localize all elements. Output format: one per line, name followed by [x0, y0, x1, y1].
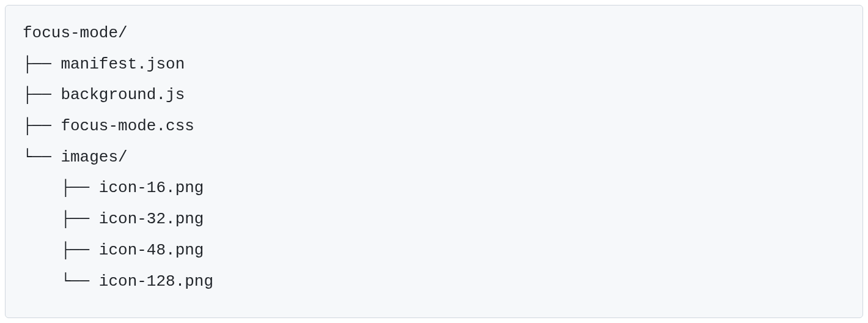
directory-tree: focus-mode/ ├── manifest.json ├── backgr… — [23, 18, 845, 297]
tree-line: ├── icon-16.png — [23, 179, 204, 197]
tree-line: ├── icon-32.png — [23, 210, 204, 228]
directory-tree-block: focus-mode/ ├── manifest.json ├── backgr… — [5, 5, 863, 318]
tree-line: ├── background.js — [23, 86, 185, 104]
tree-line: ├── focus-mode.css — [23, 117, 194, 135]
tree-line: ├── manifest.json — [23, 55, 185, 73]
tree-line: focus-mode/ — [23, 24, 128, 42]
tree-line: └── images/ — [23, 148, 128, 166]
tree-line: └── icon-128.png — [23, 272, 213, 291]
tree-line: ├── icon-48.png — [23, 241, 204, 259]
